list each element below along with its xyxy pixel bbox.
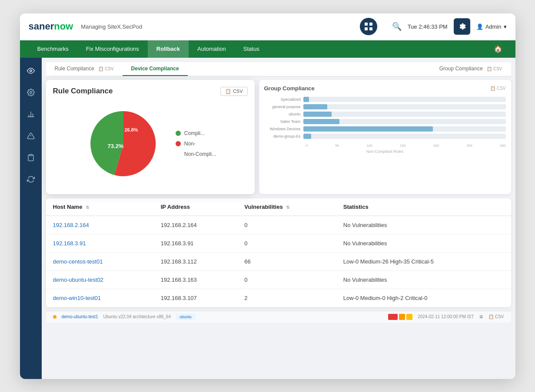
- main-layout: Rule Compliance 📋 CSV Device Compliance …: [20, 58, 515, 379]
- bar-row: Sales Team: [264, 119, 506, 124]
- grid-icon-button[interactable]: [360, 18, 377, 35]
- pie-container: 73.2% 26.8% Compli... Non-: [53, 100, 248, 187]
- bar-axis: 0 50 100 150 200 250 300: [264, 144, 506, 148]
- admin-button[interactable]: 👤 Admin ▾: [476, 23, 507, 30]
- ubuntu-tag: ubuntu: [176, 314, 195, 320]
- tab-rule-compliance[interactable]: Rule Compliance 📋 CSV: [46, 62, 123, 76]
- bar-fill: [303, 104, 328, 109]
- bottom-csv-label: 📋 CSV: [488, 314, 504, 319]
- nav-home-icon[interactable]: 🏠: [489, 45, 507, 53]
- cell-hostname: demo-centos-test01: [46, 252, 154, 270]
- rule-compliance-card: Rule Compliance 📋 CSV: [46, 80, 255, 194]
- bar-fill: [303, 119, 340, 124]
- bar-label: demo-group-lcs: [264, 134, 303, 138]
- hostname-link[interactable]: demo-ubuntu-test02: [53, 277, 103, 283]
- nav-rollback[interactable]: Rollback: [148, 40, 189, 58]
- cell-vulns: 0: [237, 234, 336, 252]
- cell-stats: Low-0 Medium-26 High-35 Critical-5: [336, 252, 511, 270]
- legend-non-compliant: Non-: [176, 141, 216, 147]
- bar-track: [303, 134, 506, 139]
- hostname-link[interactable]: demo-win10-test01: [53, 295, 101, 301]
- cell-vulns: 2: [237, 289, 336, 307]
- nav-automation[interactable]: Automation: [189, 40, 235, 58]
- legend-compliant: Compli...: [176, 130, 216, 136]
- nav-fix-misconfigurations[interactable]: Fix Misconfigurations: [77, 40, 148, 58]
- table-row: demo-ubuntu-test02 192.168.3.163 0 No Vu…: [46, 270, 511, 289]
- nav-benchmarks[interactable]: Benchmarks: [29, 40, 77, 58]
- browser-frame: sanernow Managing SiteX.SecPod 🔍 Tue 2:4…: [20, 13, 515, 379]
- bar-fill: [303, 112, 332, 117]
- group-compliance-header: Group Compliance 📋 CSV: [264, 85, 506, 92]
- cell-hostname: demo-ubuntu-test02: [46, 270, 154, 289]
- pie-legend: Compli... Non- Non-Compli...: [176, 130, 216, 157]
- bar-track: [303, 112, 506, 117]
- bottom-host: demo-ubuntu-test1: [62, 314, 98, 319]
- hostname-link[interactable]: demo-centos-test01: [53, 258, 103, 265]
- bar-chart: Specialized general purpose ubuntu Sales…: [264, 95, 506, 143]
- group-compliance-title: Group Compliance: [264, 85, 315, 92]
- bar-fill: [303, 97, 309, 102]
- cell-ip: 192.168.3.163: [154, 270, 238, 289]
- logo: sanernow: [29, 21, 73, 32]
- col-stats: Statistics: [336, 198, 511, 216]
- cell-ip: 192.168.3.112: [154, 252, 238, 270]
- tab-device-compliance[interactable]: Device Compliance: [123, 62, 188, 76]
- gear-icon: [458, 23, 466, 30]
- bar-track: [303, 119, 506, 124]
- search-icon-button[interactable]: 🔍: [392, 22, 402, 31]
- bar-fill: [303, 126, 433, 132]
- score-high: [399, 314, 405, 320]
- table-row: 192.168.2.164 192.168.2.164 0 No Vulnera…: [46, 216, 511, 234]
- group-compliance-card: Group Compliance 📋 CSV Specialized gener…: [259, 80, 511, 194]
- nav-status[interactable]: Status: [235, 40, 268, 58]
- svg-text:26.8%: 26.8%: [124, 127, 138, 132]
- sidebar-item-refresh[interactable]: [24, 172, 38, 186]
- sidebar: [20, 58, 42, 379]
- sidebar-item-alert[interactable]: [24, 129, 38, 143]
- group-csv-label: 📋 CSV: [490, 86, 505, 91]
- sort-icon-vulns[interactable]: ⇅: [286, 205, 289, 210]
- bottom-host-link[interactable]: demo-ubuntu-test1: [62, 314, 98, 319]
- bottom-tag: ubuntu: [176, 314, 195, 320]
- score-medium: [406, 314, 412, 320]
- bottom-status-dot: [53, 315, 56, 319]
- bottom-csv[interactable]: 📋 CSV: [488, 314, 504, 319]
- sidebar-item-eye[interactable]: [24, 64, 38, 78]
- bottom-monitor-icon: 🖥: [479, 314, 483, 319]
- pie-chart: 73.2% 26.8%: [84, 105, 163, 183]
- col-ip: IP Address: [154, 198, 238, 216]
- cell-stats: No Vulnerabilities: [336, 216, 511, 234]
- non-compliant-dot: [176, 141, 181, 146]
- grid-icon: [364, 22, 373, 31]
- csv-icon: 📋: [225, 89, 231, 94]
- bar-row: general purpose: [264, 104, 506, 109]
- tab-group-compliance[interactable]: Group Compliance 📋 CSV: [431, 62, 511, 76]
- hostname-link[interactable]: 192.168.2.164: [53, 222, 89, 228]
- bar-track: [303, 126, 506, 132]
- bar-row: Specialized: [264, 97, 506, 102]
- settings-button[interactable]: [454, 18, 470, 35]
- data-table: Host Name ⇅ IP Address Vulnerabilities ⇅: [46, 198, 511, 307]
- table-row: demo-win10-test01 192.168.3.107 2 Low-0 …: [46, 289, 511, 307]
- content-area: Rule Compliance 📋 CSV Device Compliance …: [42, 58, 515, 379]
- hostname-link[interactable]: 192.168.3.91: [53, 240, 86, 247]
- sidebar-item-settings[interactable]: [24, 86, 38, 99]
- status-indicator: [53, 315, 56, 319]
- chevron-down-icon: ▾: [504, 23, 507, 30]
- bottom-os: Ubuntu v22.04 architecture x86_64: [103, 314, 171, 319]
- cell-stats: No Vulnerabilities: [336, 234, 511, 252]
- table-row: demo-centos-test01 192.168.3.112 66 Low-…: [46, 252, 511, 270]
- time-label: Tue 2:46:33 PM: [408, 23, 448, 30]
- sidebar-item-clipboard[interactable]: [24, 151, 38, 165]
- rule-compliance-csv-button[interactable]: 📋 CSV: [220, 87, 248, 96]
- monitor-icon: 🖥: [479, 314, 483, 319]
- svg-rect-2: [365, 27, 368, 30]
- sort-icon-hostname[interactable]: ⇅: [86, 205, 89, 210]
- svg-point-5: [30, 91, 32, 93]
- cell-ip: 192.168.3.91: [154, 234, 238, 252]
- table-header: Host Name ⇅ IP Address Vulnerabilities ⇅: [46, 198, 511, 216]
- sidebar-item-chart[interactable]: [24, 107, 38, 121]
- table-body: 192.168.2.164 192.168.2.164 0 No Vulnera…: [46, 216, 511, 307]
- bar-track: [303, 97, 506, 102]
- admin-label: Admin: [485, 23, 502, 30]
